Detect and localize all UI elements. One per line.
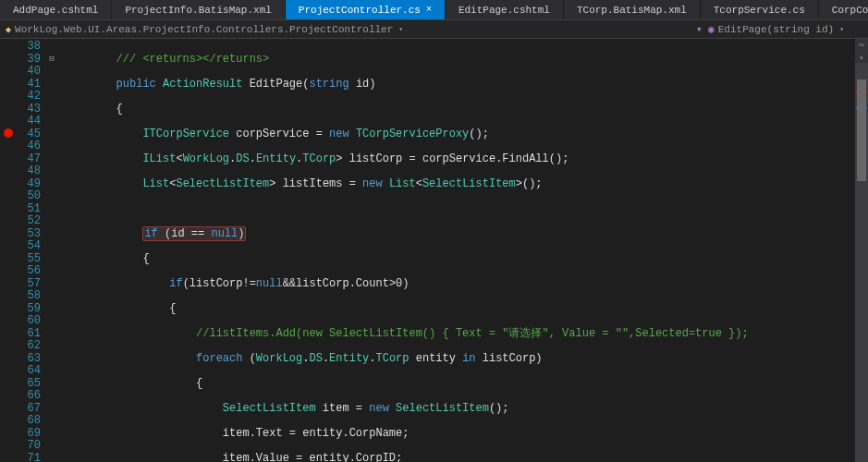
tab-projectinfo-batismap[interactable]: ProjectInfo.BatisMap.xml — [112, 0, 285, 19]
tab-projectcontroller[interactable]: ProjectController.cs× — [286, 0, 446, 19]
tab-bar: AddPage.cshtml ProjectInfo.BatisMap.xml … — [0, 0, 868, 20]
close-icon[interactable]: × — [426, 5, 432, 15]
tab-tcorp-batismap[interactable]: TCorp.BatisMap.xml — [564, 0, 701, 19]
vertical-scrollbar[interactable] — [855, 63, 868, 462]
split-horizontal-icon[interactable]: ▭ — [855, 39, 868, 51]
breadcrumb-class[interactable]: WorkLog.Web.UI.Areas.ProjectInfo.Control… — [15, 24, 393, 35]
breakpoint-margin[interactable] — [0, 39, 17, 462]
breadcrumb-bar: ◆ WorkLog.Web.UI.Areas.ProjectInfo.Contr… — [0, 20, 868, 39]
fold-column[interactable]: ⊟ — [46, 39, 57, 462]
code-area[interactable]: /// <returns></returns> public ActionRes… — [57, 39, 855, 462]
chevron-down-icon[interactable]: ▾ — [839, 25, 844, 33]
scroll-up-icon[interactable]: ▴ — [855, 51, 868, 63]
chevron-down-icon[interactable]: ▾ — [398, 25, 403, 33]
tab-corpcontroller[interactable]: CorpController.cs — [819, 0, 868, 19]
class-icon: ◆ — [6, 24, 11, 35]
breadcrumb-method[interactable]: EditPage(string id) — [718, 24, 834, 35]
method-icon: ▾ ◉ — [696, 23, 715, 35]
tab-editpage[interactable]: EditPage.cshtml — [446, 0, 564, 19]
breakpoint-icon[interactable] — [4, 128, 13, 138]
code-editor[interactable]: 3839404142434445464748495051525354555657… — [0, 39, 868, 462]
tab-addpage[interactable]: AddPage.cshtml — [0, 0, 112, 19]
line-number-gutter: 3839404142434445464748495051525354555657… — [17, 39, 46, 462]
tab-tcorpservice[interactable]: TcorpService.cs — [701, 0, 819, 19]
scrollbar-thumb[interactable] — [857, 79, 866, 181]
